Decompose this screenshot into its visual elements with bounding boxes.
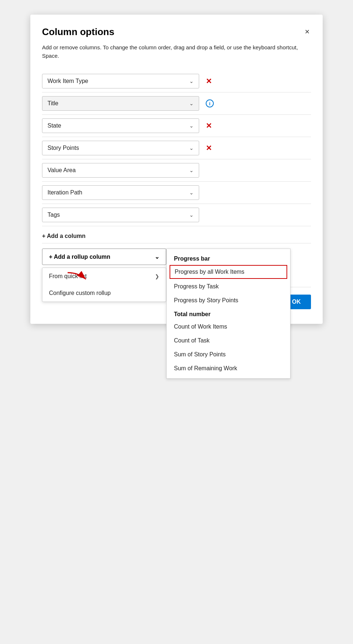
column-row: Value Area ⌄: [42, 159, 311, 182]
select-label: Story Points: [48, 145, 79, 151]
add-rollup-label: + Add a rollup column: [49, 254, 110, 260]
remove-icon[interactable]: ✕: [206, 121, 212, 130]
column-options-dialog: Column options × Add or remove columns. …: [30, 15, 323, 324]
configure-custom-label: Configure custom rollup: [49, 290, 111, 296]
title-select[interactable]: Title ⌄: [42, 96, 199, 111]
state-select[interactable]: State ⌄: [42, 118, 199, 133]
column-row: Story Points ⌄ ✕: [42, 137, 311, 159]
add-column-row: + Add a column: [42, 226, 311, 243]
progress-by-story-points-option[interactable]: Progress by Story Points: [167, 293, 290, 307]
count-of-task-option[interactable]: Count of Task: [167, 334, 290, 348]
rollup-options-popup: Progress bar Progress by all Work Items …: [166, 249, 291, 379]
add-column-button[interactable]: + Add a column: [42, 233, 86, 239]
column-row: Title ⌄ i: [42, 92, 311, 115]
select-label: Tags: [48, 212, 60, 218]
chevron-down-icon: ⌄: [155, 253, 159, 260]
select-label: Title: [48, 100, 58, 107]
work-item-type-select[interactable]: Work Item Type ⌄: [42, 74, 199, 88]
total-number-header: Total number: [167, 307, 290, 320]
rollup-dropdown: From quick list ❯ Configure custom rollu…: [42, 268, 166, 302]
chevron-down-icon: ⌄: [189, 123, 194, 129]
configure-custom-rollup-item[interactable]: Configure custom rollup: [42, 285, 166, 302]
select-label: Iteration Path: [48, 189, 82, 196]
arrow-indicator: [64, 269, 93, 285]
dialog-title: Column options: [42, 26, 114, 38]
chevron-down-icon: ⌄: [189, 167, 194, 173]
count-of-work-items-option[interactable]: Count of Work Items: [167, 320, 290, 334]
sum-of-remaining-work-option[interactable]: Sum of Remaining Work: [167, 361, 290, 375]
value-area-select[interactable]: Value Area ⌄: [42, 163, 199, 178]
progress-by-all-work-items-option[interactable]: Progress by all Work Items: [170, 265, 287, 279]
select-label: Value Area: [48, 167, 76, 174]
tags-select[interactable]: Tags ⌄: [42, 208, 199, 222]
dialog-header: Column options ×: [42, 26, 311, 38]
rollup-section: + Add a rollup column ⌄ From quick list …: [42, 249, 311, 265]
column-row: Iteration Path ⌄: [42, 182, 311, 204]
close-button[interactable]: ×: [303, 26, 311, 37]
chevron-down-icon: ⌄: [189, 78, 194, 84]
column-row: Work Item Type ⌄ ✕: [42, 70, 311, 92]
story-points-select[interactable]: Story Points ⌄: [42, 141, 199, 155]
info-icon[interactable]: i: [206, 99, 214, 107]
add-rollup-button[interactable]: + Add a rollup column ⌄: [42, 249, 166, 265]
progress-by-task-option[interactable]: Progress by Task: [167, 280, 290, 293]
select-label: State: [48, 122, 61, 129]
sum-of-story-points-option[interactable]: Sum of Story Points: [167, 348, 290, 361]
progress-bar-header: Progress bar: [167, 252, 290, 264]
remove-icon[interactable]: ✕: [206, 144, 212, 152]
column-row: State ⌄ ✕: [42, 115, 311, 137]
select-label: Work Item Type: [48, 78, 88, 84]
remove-icon[interactable]: ✕: [206, 77, 212, 86]
iteration-path-select[interactable]: Iteration Path ⌄: [42, 185, 199, 200]
chevron-right-icon: ❯: [155, 273, 159, 279]
chevron-down-icon: ⌄: [189, 145, 194, 151]
dialog-description: Add or remove columns. To change the col…: [42, 43, 311, 60]
chevron-down-icon: ⌄: [189, 212, 194, 218]
chevron-down-icon: ⌄: [189, 190, 194, 196]
chevron-down-icon: ⌄: [189, 101, 194, 106]
column-row: Tags ⌄: [42, 204, 311, 226]
from-quick-list-item[interactable]: From quick list ❯: [42, 268, 166, 285]
columns-list: Work Item Type ⌄ ✕ Title ⌄ i State ⌄ ✕ S…: [42, 70, 311, 226]
